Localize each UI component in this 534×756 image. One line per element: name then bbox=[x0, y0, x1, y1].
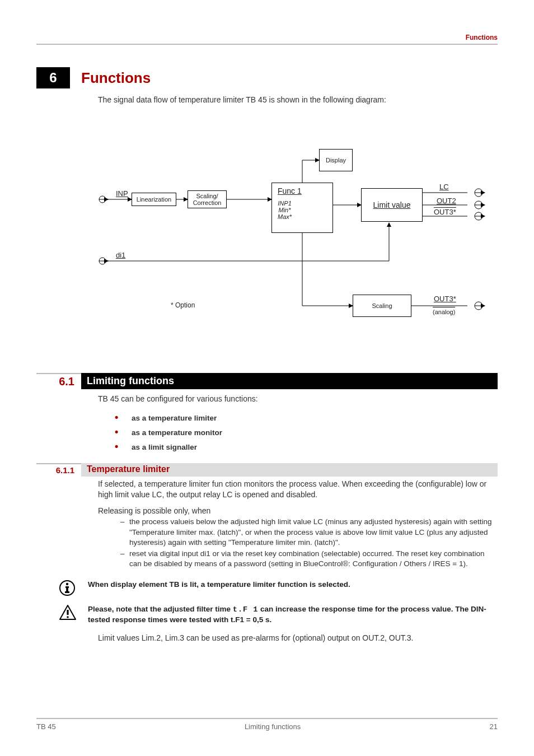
pre-alarm-note: Limit values Lim.2, Lim.3 can be used as… bbox=[98, 633, 498, 643]
svg-point-28 bbox=[66, 582, 68, 585]
diagram-option-note: * Option bbox=[171, 301, 195, 309]
svg-rect-32 bbox=[67, 610, 68, 615]
footer-center: Limiting functions bbox=[245, 722, 301, 731]
diagram-scaling-box: Scaling bbox=[353, 295, 411, 317]
diagram-out3: OUT3* bbox=[434, 208, 456, 216]
diagram-func1-title: Func 1 bbox=[278, 186, 302, 195]
section-6-1-title: Limiting functions bbox=[81, 373, 498, 389]
header-section-label: Functions bbox=[466, 34, 498, 41]
section-6-1-1-number: 6.1.1 bbox=[36, 463, 81, 477]
footer-left: TB 45 bbox=[36, 722, 56, 731]
svg-rect-31 bbox=[65, 591, 69, 593]
diagram-inp-label: INP bbox=[116, 189, 128, 198]
diagram-limit-value-box: Limit value bbox=[361, 188, 423, 222]
release-condition-1: the process valueis below the adjusted h… bbox=[120, 517, 498, 548]
section-6-1-intro: TB 45 can be configured for various func… bbox=[98, 394, 498, 404]
section-6-1-number: 6.1 bbox=[36, 373, 81, 389]
diagram-display-box: Display bbox=[319, 149, 353, 171]
bullet-signaller: as a limit signaller bbox=[115, 439, 498, 454]
diagram-analog-note: (analog) bbox=[433, 307, 455, 315]
diagram-func1-sub: INP1 Min* Max* bbox=[278, 200, 292, 220]
warning-icon bbox=[59, 604, 78, 623]
diagram-out2: OUT2 bbox=[437, 197, 456, 205]
diagram-di1-label: di1 bbox=[116, 251, 125, 259]
bullet-monitor: as a temperature monitor bbox=[115, 424, 498, 439]
diagram-out-lc: LC bbox=[439, 183, 449, 191]
header-rule bbox=[36, 44, 498, 45]
release-conditions-list: the process valueis below the adjusted h… bbox=[120, 517, 498, 569]
info-icon bbox=[59, 580, 78, 599]
chapter-title: Functions bbox=[81, 69, 151, 87]
warning-note-text: Please, note that the adjusted filter ti… bbox=[88, 604, 498, 625]
diagram-func1-box: Func 1 INP1 Min* Max* bbox=[271, 183, 333, 233]
intro-text: The signal data flow of temperature limi… bbox=[98, 95, 498, 104]
signal-flow-diagram: INP Linearization Scaling/ Correction Di… bbox=[98, 127, 501, 328]
warn-seg: t.F 1 bbox=[233, 605, 259, 614]
diagram-scaling-correction-box: Scaling/ Correction bbox=[188, 190, 227, 208]
temp-limiter-release-intro: Releasing is possible only, when bbox=[98, 506, 498, 516]
section-6-1-heading: 6.1 Limiting functions bbox=[36, 373, 498, 389]
diagram-limit-value-text: Limit value bbox=[373, 200, 411, 209]
section-6-1-1-title: Temperature limiter bbox=[81, 463, 498, 477]
diagram-out3-analog: OUT3* bbox=[434, 295, 456, 303]
svg-rect-30 bbox=[66, 586, 68, 592]
bullet-limiter: as a temperature limiter bbox=[115, 410, 498, 424]
function-list: as a temperature limiter as a temperatur… bbox=[115, 410, 498, 454]
page-footer: TB 45 Limiting functions 21 bbox=[36, 718, 498, 731]
info-note-text: When display element TB is lit, a temper… bbox=[88, 580, 350, 590]
svg-point-33 bbox=[67, 616, 69, 618]
footer-right: 21 bbox=[490, 722, 498, 731]
chapter-heading: 6 Functions bbox=[36, 67, 498, 88]
warning-note-row: Please, note that the adjusted filter ti… bbox=[59, 604, 498, 625]
diagram-linearization-box: Linearization bbox=[132, 193, 176, 206]
temp-limiter-para1: If selected, a temperature limiter fun c… bbox=[98, 479, 498, 500]
info-note-row: When display element TB is lit, a temper… bbox=[59, 580, 498, 599]
section-6-1-1-heading: 6.1.1 Temperature limiter bbox=[36, 463, 498, 477]
warn-a: Please, note that the adjusted filter ti… bbox=[88, 605, 233, 613]
release-condition-2: reset via digital input di1 or via the r… bbox=[120, 549, 498, 569]
chapter-number: 6 bbox=[36, 67, 70, 88]
